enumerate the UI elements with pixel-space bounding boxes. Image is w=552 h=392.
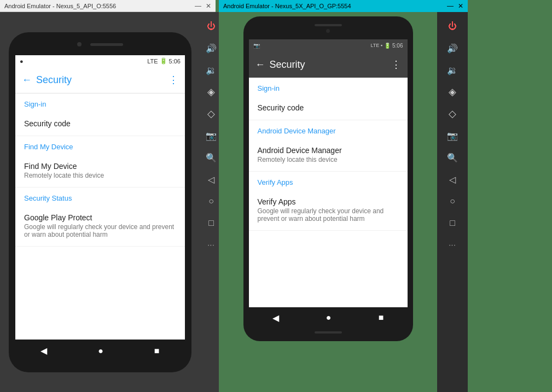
right-speaker [315, 24, 342, 26]
left-signal-icon: LTE [147, 58, 158, 65]
right-nav-recents[interactable]: ■ [379, 313, 384, 323]
left-item-google-play-protect[interactable]: Google Play Protect Google will regularl… [15, 206, 185, 247]
left-nav-recents[interactable]: ■ [154, 346, 160, 356]
right-close-btn[interactable]: ✕ [458, 2, 463, 10]
left-back-icon[interactable]: ← [22, 74, 32, 86]
right-section-verify[interactable]: Verify Apps [249, 172, 408, 190]
left-front-camera [77, 42, 82, 46]
left-nav-home[interactable]: ● [98, 346, 103, 356]
left-more-icon[interactable]: ⋮ [168, 74, 178, 86]
right-sidebar-controls: ⏻ 🔊 🔉 ◈ ◇ 📷 🔍 ◁ ○ □ ··· [437, 12, 468, 392]
left-gpp-subtitle: Google will regularly check your device … [24, 223, 176, 238]
left-window-title: Android Emulator - Nexus_5_API_O:5556 [4, 3, 116, 9]
right-zoom-button[interactable]: 🔍 [441, 148, 463, 167]
left-item-find-my-device[interactable]: Find My Device Remotely locate this devi… [15, 154, 185, 188]
right-front-camera [326, 29, 330, 33]
right-back-icon[interactable]: ← [255, 59, 265, 71]
left-nav-back[interactable]: ◀ [40, 346, 47, 356]
right-recents-nav-button[interactable]: □ [441, 213, 463, 233]
right-minimize-btn[interactable]: — [447, 2, 454, 10]
main-layout: Android Emulator - Nexus_5_API_O:5556 — … [0, 0, 552, 392]
left-security-status-label: Security Status [24, 194, 72, 202]
right-phone: 📷 LTE ▪ 🔋 5:06 ← Security [243, 16, 413, 341]
right-window-title: Android Emulator - Nexus_5X_API_O_GP:555… [223, 3, 351, 9]
right-nav-bar: ◀ ● ■ [249, 307, 408, 328]
right-battery-icon: 🔋 [384, 43, 391, 49]
left-phone-screen[interactable]: ● LTE 🔋 5:06 ← Security [15, 55, 185, 340]
left-status-dot: ● [20, 58, 24, 65]
left-titlebar: Android Emulator - Nexus_5_API_O:5556 — … [0, 0, 216, 12]
left-section-signin[interactable]: Sign-in [15, 93, 185, 112]
right-notif-icon: 📷 [253, 43, 260, 49]
left-find-device-subtitle: Remotely locate this device [24, 172, 176, 179]
right-signin-label: Sign-in [258, 84, 280, 92]
right-back-nav-button[interactable]: ◁ [441, 169, 463, 189]
right-settings-content: Sign-in Security code Android Device Man… [249, 78, 408, 307]
right-nav-back[interactable]: ◀ [272, 313, 279, 323]
right-status-right: LTE ▪ 🔋 5:06 [371, 43, 403, 49]
right-section-adm[interactable]: Android Device Manager [249, 120, 408, 138]
left-nav-bar: ◀ ● ■ [15, 340, 185, 362]
right-status-bar: 📷 LTE ▪ 🔋 5:06 [249, 39, 408, 51]
right-vol-down-button[interactable]: 🔉 [441, 60, 463, 80]
left-section-security-status[interactable]: Security Status [15, 188, 185, 206]
left-phone-area: ● LTE 🔋 5:06 ← Security [0, 12, 200, 392]
left-body: ● LTE 🔋 5:06 ← Security [0, 12, 216, 392]
left-minimize-btn[interactable]: — [195, 2, 201, 10]
right-bottom-bezel [315, 331, 342, 334]
left-emulator-window: Android Emulator - Nexus_5_API_O:5556 — … [0, 0, 216, 392]
left-time: 5:06 [169, 58, 181, 65]
right-phone-area: 📷 LTE ▪ 🔋 5:06 ← Security [219, 12, 437, 392]
right-verify-apps-title: Verify Apps [258, 197, 399, 206]
right-adm-subtitle: Remotely locate this device [258, 156, 399, 163]
right-verify-apps-subtitle: Google will regularly check your device … [258, 207, 399, 223]
right-section-signin[interactable]: Sign-in [249, 78, 408, 96]
left-status-left: ● [20, 58, 24, 65]
left-battery-icon: 🔋 [160, 57, 167, 65]
right-time: 5:06 [392, 43, 403, 49]
right-item-verify-apps[interactable]: Verify Apps Google will regularly check … [249, 190, 408, 231]
right-title-controls: — ✕ [447, 2, 463, 10]
right-rotate-right-button[interactable]: ◇ [441, 104, 463, 124]
left-status-bar: ● LTE 🔋 5:06 [15, 55, 185, 67]
left-title-controls: — ✕ [195, 2, 211, 10]
right-status-left: 📷 [253, 43, 260, 49]
right-camera-button[interactable]: 📷 [441, 126, 463, 145]
right-app-bar: ← Security ⋮ [249, 51, 408, 78]
left-gpp-title: Google Play Protect [24, 213, 176, 222]
right-more-controls-button[interactable]: ··· [441, 235, 463, 255]
right-rotate-left-button[interactable]: ◈ [441, 82, 463, 102]
right-home-nav-button[interactable]: ○ [441, 191, 463, 211]
right-bottom-speaker [315, 331, 342, 334]
right-adm-header-label: Android Device Manager [258, 127, 336, 135]
right-item-security-code[interactable]: Security code [249, 96, 408, 120]
right-signal-icon: LTE ▪ [371, 43, 383, 48]
right-more-icon[interactable]: ⋮ [391, 58, 401, 71]
left-app-bar: ← Security ⋮ [15, 67, 185, 93]
right-nav-home[interactable]: ● [326, 313, 332, 323]
left-close-btn[interactable]: ✕ [206, 2, 211, 10]
left-section-find-my-device[interactable]: Find My Device [15, 136, 185, 154]
left-phone: ● LTE 🔋 5:06 ← Security [9, 32, 191, 372]
left-status-right: LTE 🔋 5:06 [147, 57, 181, 65]
right-item-adm[interactable]: Android Device Manager Remotely locate t… [249, 138, 408, 172]
right-body: 📷 LTE ▪ 🔋 5:06 ← Security [219, 12, 468, 392]
left-security-code-title: Security code [24, 119, 176, 128]
right-security-code-title: Security code [258, 103, 399, 112]
right-titlebar: Android Emulator - Nexus_5X_API_O_GP:555… [219, 0, 468, 12]
right-emulator-window: Android Emulator - Nexus_5X_API_O_GP:555… [219, 0, 468, 392]
left-settings-content: Sign-in Security code Find My Device [15, 93, 185, 340]
left-find-device-header-label: Find My Device [24, 143, 73, 151]
left-item-security-code[interactable]: Security code [15, 112, 185, 136]
right-phone-screen[interactable]: 📷 LTE ▪ 🔋 5:06 ← Security [249, 39, 408, 307]
left-speaker [90, 43, 123, 46]
right-verify-header-label: Verify Apps [258, 178, 293, 186]
left-app-bar-title: Security [36, 74, 164, 86]
right-power-button[interactable]: ⏻ [441, 16, 463, 36]
right-app-bar-title: Security [270, 59, 387, 71]
right-adm-title: Android Device Manager [258, 146, 399, 155]
left-signin-label: Sign-in [24, 100, 46, 108]
right-vol-up-button[interactable]: 🔊 [441, 38, 463, 58]
left-find-device-title: Find My Device [24, 162, 176, 171]
